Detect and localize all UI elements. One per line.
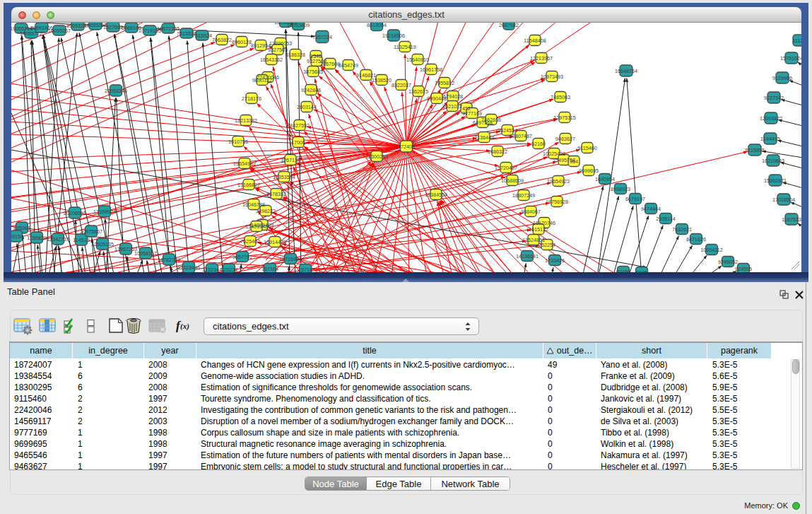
svg-text:2718176: 2718176 — [242, 95, 261, 102]
svg-text:2136443: 2136443 — [474, 134, 494, 141]
svg-text:19654923: 19654923 — [547, 178, 570, 185]
svg-text:92450: 92450 — [616, 269, 630, 272]
svg-text:1486322: 1486322 — [488, 148, 507, 155]
svg-text:1615132: 1615132 — [529, 226, 548, 233]
svg-text:11325419: 11325419 — [394, 44, 416, 50]
svg-text:7462656: 7462656 — [481, 117, 501, 123]
svg-text:3875685: 3875685 — [303, 69, 323, 75]
svg-text:11548408: 11548408 — [524, 37, 546, 44]
svg-text:157164: 157164 — [261, 266, 278, 272]
svg-text:12323446: 12323446 — [177, 264, 200, 271]
svg-text:7955812: 7955812 — [435, 80, 454, 86]
svg-text:17359924: 17359924 — [93, 209, 116, 215]
svg-text:8186328: 8186328 — [286, 52, 305, 58]
svg-text:1232344: 1232344 — [202, 267, 222, 272]
svg-text:924505: 924505 — [735, 266, 752, 272]
svg-text:10973493: 10973493 — [541, 74, 563, 80]
svg-text:16782759: 16782759 — [158, 257, 180, 263]
svg-text:(x): (x) — [180, 322, 189, 331]
svg-text:9129966: 9129966 — [772, 75, 792, 81]
svg-text:18807249: 18807249 — [512, 192, 535, 199]
svg-text:7632621: 7632621 — [672, 226, 692, 233]
svg-text:17016504: 17016504 — [772, 197, 795, 203]
svg-text:15720407: 15720407 — [495, 165, 517, 171]
svg-text:10654112: 10654112 — [700, 247, 722, 253]
svg-text:10688609: 10688609 — [501, 177, 524, 184]
svg-text:12213967: 12213967 — [530, 55, 553, 62]
svg-text:1621022: 1621022 — [442, 103, 462, 110]
svg-text:835061: 835061 — [13, 225, 30, 231]
svg-text:9890312: 9890312 — [252, 77, 272, 83]
svg-text:3498222: 3498222 — [256, 208, 276, 214]
svg-text:9777169: 9777169 — [462, 110, 482, 117]
svg-text:1156829: 1156829 — [27, 235, 46, 241]
svg-text:19756928: 19756928 — [546, 199, 568, 205]
svg-text:11123: 11123 — [793, 37, 801, 44]
svg-text:8322037: 8322037 — [392, 82, 411, 88]
svg-text:13226053: 13226053 — [269, 40, 292, 47]
svg-text:12342737: 12342737 — [47, 236, 69, 243]
svg-text:8678332: 8678332 — [266, 191, 286, 197]
svg-text:2867608: 2867608 — [320, 61, 340, 67]
svg-text:16543362: 16543362 — [260, 57, 283, 63]
svg-text:16914479: 16914479 — [264, 239, 286, 245]
svg-text:16046788: 16046788 — [242, 201, 265, 208]
svg-text:17006: 17006 — [291, 139, 305, 146]
svg-text:15640910: 15640910 — [406, 57, 429, 63]
svg-text:2803144: 2803144 — [297, 104, 317, 110]
svg-text:1167533: 1167533 — [782, 216, 801, 223]
svg-text:9474444: 9474444 — [641, 206, 661, 212]
svg-text:12505135: 12505135 — [91, 241, 114, 247]
svg-text:18300295: 18300295 — [365, 153, 388, 160]
svg-text:9884067: 9884067 — [521, 209, 541, 215]
svg-text:8960128: 8960128 — [232, 39, 252, 45]
svg-text:1538520: 1538520 — [372, 77, 392, 83]
svg-text:10958107: 10958107 — [134, 250, 157, 257]
svg-text:9227342: 9227342 — [764, 95, 784, 101]
svg-text:10807487: 10807487 — [510, 133, 532, 139]
svg-text:18724007: 18724007 — [395, 144, 418, 150]
svg-text:14136141: 14136141 — [516, 253, 539, 259]
svg-text:1010755: 1010755 — [228, 139, 248, 145]
svg-text:8813054: 8813054 — [367, 23, 387, 28]
svg-text:8427552: 8427552 — [290, 122, 310, 129]
svg-text:7663822: 7663822 — [212, 37, 232, 43]
svg-text:9245052: 9245052 — [718, 259, 738, 265]
svg-text:123234: 123234 — [220, 267, 237, 272]
svg-text:7485063: 7485063 — [551, 94, 570, 100]
svg-text:39154: 39154 — [11, 233, 23, 240]
svg-text:19166827: 19166827 — [237, 182, 260, 188]
svg-text:15716: 15716 — [298, 267, 312, 272]
svg-text:9245: 9245 — [636, 269, 647, 272]
svg-text:12975115: 12975115 — [553, 115, 575, 121]
svg-text:8454749: 8454749 — [339, 62, 358, 69]
svg-text:20053346: 20053346 — [105, 88, 127, 94]
svg-text:7625402: 7625402 — [240, 238, 260, 245]
svg-text:114519: 114519 — [73, 237, 89, 243]
svg-text:2687682: 2687682 — [499, 23, 519, 28]
svg-text:15716485: 15716485 — [279, 256, 302, 262]
svg-text:6794028: 6794028 — [443, 93, 463, 100]
svg-text:16210643: 16210643 — [762, 158, 784, 164]
svg-text:1640954: 1640954 — [595, 176, 615, 182]
svg-text:62160: 62160 — [531, 141, 546, 147]
svg-text:964: 964 — [570, 158, 578, 165]
svg-text:20206515: 20206515 — [64, 210, 86, 216]
svg-text:9115460: 9115460 — [577, 145, 596, 151]
svg-text:7515524: 7515524 — [192, 33, 212, 39]
svg-text:9857791: 9857791 — [233, 254, 252, 260]
svg-text:19218506: 19218506 — [382, 33, 405, 39]
svg-text:2935114: 2935114 — [656, 216, 675, 222]
svg-text:8471626: 8471626 — [686, 236, 706, 243]
svg-text:12093822: 12093822 — [760, 115, 782, 122]
svg-text:6679197: 6679197 — [625, 196, 645, 202]
svg-text:7357224: 7357224 — [312, 34, 332, 40]
svg-text:3267130: 3267130 — [281, 157, 300, 163]
svg-text:15751024: 15751024 — [780, 55, 801, 62]
svg-text:10025438: 10025438 — [543, 151, 565, 157]
svg-text:14055712: 14055712 — [20, 30, 42, 37]
svg-text:19384554: 19384554 — [425, 192, 447, 198]
svg-text:15409948: 15409948 — [245, 223, 268, 230]
svg-text:9699695: 9699695 — [579, 168, 599, 174]
svg-text:1362615: 1362615 — [408, 88, 428, 95]
